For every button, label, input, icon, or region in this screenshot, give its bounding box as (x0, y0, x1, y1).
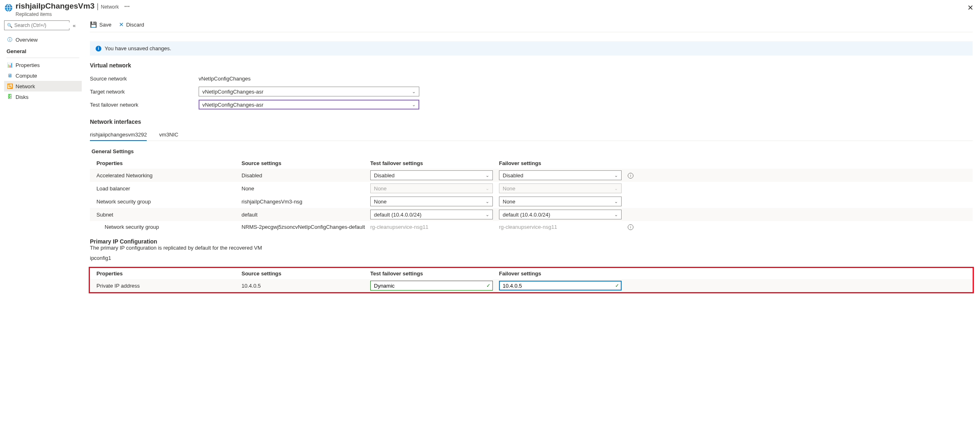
unsaved-changes-banner: i You have unsaved changes. (90, 41, 973, 56)
prop-name: Load balancer (96, 185, 242, 192)
network-icon: 🔁 (7, 83, 13, 89)
sidebar-item-label: Properties (16, 62, 40, 68)
fo-private-ip-input[interactable] (499, 281, 622, 290)
discard-label: Discard (126, 22, 144, 28)
toolbar: 💾 Save ✕ Discard (90, 17, 973, 32)
more-actions-button[interactable]: ··· (124, 3, 130, 10)
search-input[interactable] (14, 22, 76, 28)
tfo-lb-dropdown: None ⌄ (370, 183, 493, 193)
page-title: rishjaiIpChangesVm3 | Network ··· (16, 2, 967, 11)
row-info-button[interactable]: i (628, 224, 633, 230)
source-value: NRMS-2pecgwj5zsoncvNetIpConfigChanges-de… (242, 224, 370, 230)
tfo-network-label: Test failover network (90, 102, 199, 108)
chevron-down-icon: ⌄ (614, 173, 618, 178)
general-settings-title: General Settings (92, 148, 973, 154)
target-network-label: Target network (90, 89, 199, 95)
sidebar-item-label: Compute (16, 73, 37, 79)
sidebar-item-label: Overview (16, 37, 38, 43)
check-icon: ✓ (615, 283, 619, 288)
prop-name: Private IP address (96, 283, 242, 289)
fo-subnet-nsg: rg-cleanupservice-nsg11 (499, 224, 628, 230)
chevron-down-icon: ⌄ (412, 102, 416, 107)
row-info-button[interactable]: i (628, 173, 633, 179)
check-icon: ✓ (486, 283, 490, 288)
tfo-network-dropdown[interactable]: vNetIpConfigChanges-asr ⌄ (199, 100, 419, 109)
section-network-interfaces: Network interfaces (90, 118, 973, 125)
save-label: Save (99, 22, 112, 28)
source-value: default (242, 212, 370, 218)
tfo-private-ip-input[interactable] (370, 281, 493, 290)
breadcrumb: Replicated items (16, 11, 967, 17)
chevron-down-icon: ⌄ (614, 212, 618, 217)
chevron-down-icon: ⌄ (486, 173, 489, 178)
general-settings-table: Properties Source settings Test failover… (90, 158, 973, 232)
fo-lb-dropdown: None ⌄ (499, 183, 622, 193)
sidebar-item-label: Network (16, 83, 35, 89)
info-icon: ⓘ (7, 36, 13, 43)
tfo-accel-net-dropdown[interactable]: Disabled ⌄ (370, 170, 493, 180)
ipconfig-desc: The primary IP configuration is replicat… (90, 245, 973, 251)
tfo-subnet-dropdown[interactable]: default (10.4.0.0/24) ⌄ (370, 210, 493, 219)
info-icon: i (96, 46, 101, 51)
source-value: rishjaiIpChangesVm3-nsg (242, 199, 370, 205)
ipconfig-table-header: Properties Source settings Test failover… (90, 268, 973, 279)
ipconfig-title: Primary IP Configuration (90, 238, 973, 245)
save-button[interactable]: 💾 Save (90, 21, 112, 28)
discard-icon: ✕ (119, 21, 124, 28)
save-icon: 💾 (90, 21, 97, 28)
prop-name: Subnet (96, 212, 242, 218)
sidebar-item-disks[interactable]: 🗄 Disks (4, 92, 82, 102)
chevron-down-icon: ⌄ (486, 212, 489, 217)
target-network-dropdown[interactable]: vNetIpConfigChanges-asr ⌄ (199, 87, 419, 96)
sidebar-item-overview[interactable]: ⓘ Overview (4, 34, 82, 45)
prop-name: Network security group (96, 199, 242, 205)
source-value: None (242, 185, 370, 192)
sidebar-item-compute[interactable]: 🖥 Compute (4, 70, 82, 81)
source-value: Disabled (242, 172, 370, 179)
compute-icon: 🖥 (7, 73, 13, 78)
tfo-subnet-nsg: rg-cleanupservice-nsg11 (370, 224, 499, 230)
banner-text: You have unsaved changes. (105, 45, 171, 51)
section-virtual-network: Virtual network (90, 62, 973, 69)
source-network-label: Source network (90, 76, 199, 82)
col-properties: Properties (96, 270, 242, 277)
nic-tabs: rishjaiipchangesvm3292 vm3NIC (90, 129, 973, 141)
prop-name: Accelerated Networking (96, 172, 242, 179)
chevron-down-icon: ⌄ (614, 199, 618, 204)
prop-name: Network security group (96, 224, 242, 230)
sidebar-item-network[interactable]: 🔁 Network (4, 81, 82, 92)
col-fo: Failover settings (499, 160, 628, 166)
sidebar-collapse-button[interactable]: « (73, 22, 76, 29)
discard-button[interactable]: ✕ Discard (119, 21, 144, 28)
close-button[interactable]: ✕ (967, 3, 973, 12)
tab-nic-1[interactable]: rishjaiipchangesvm3292 (90, 129, 147, 141)
search-input-wrap[interactable]: 🔍 (4, 20, 69, 30)
tfo-nsg-dropdown[interactable]: None ⌄ (370, 197, 493, 206)
source-value: 10.4.0.5 (242, 283, 370, 289)
table-row: Accelerated Networking Disabled Disabled… (90, 169, 973, 182)
fo-subnet-dropdown[interactable]: default (10.4.0.0/24) ⌄ (499, 210, 622, 219)
fo-nsg-dropdown[interactable]: None ⌄ (499, 197, 622, 206)
table-row: Private IP address 10.4.0.5 ✓ ✓ (90, 279, 973, 292)
sidebar-group-general: General (4, 45, 82, 56)
page-header: rishjaiIpChangesVm3 | Network ··· Replic… (0, 0, 980, 17)
chevron-down-icon: ⌄ (614, 186, 618, 191)
chevron-down-icon: ⌄ (486, 186, 489, 191)
highlighted-region: Properties Source settings Test failover… (89, 267, 974, 293)
col-tfo: Test failover settings (370, 270, 499, 277)
table-row: Load balancer None None ⌄ None ⌄ (90, 182, 973, 195)
fo-accel-net-dropdown[interactable]: Disabled ⌄ (499, 170, 622, 180)
chevron-down-icon: ⌄ (412, 89, 416, 94)
ipconfig-name: ipconfig1 (90, 255, 973, 261)
resource-icon (4, 3, 13, 12)
table-row: Network security group rishjaiIpChangesV… (90, 195, 973, 208)
tab-nic-2[interactable]: vm3NIC (159, 129, 178, 141)
search-icon: 🔍 (7, 23, 13, 28)
col-source: Source settings (242, 160, 370, 166)
sidebar-item-label: Disks (16, 94, 29, 100)
chevron-down-icon: ⌄ (486, 199, 489, 204)
sidebar-item-properties[interactable]: 📊 Properties (4, 60, 82, 70)
col-properties: Properties (96, 160, 242, 166)
source-network-value: vNetIpConfigChanges (199, 76, 251, 82)
table-row: Subnet default default (10.4.0.0/24) ⌄ d… (90, 208, 973, 221)
